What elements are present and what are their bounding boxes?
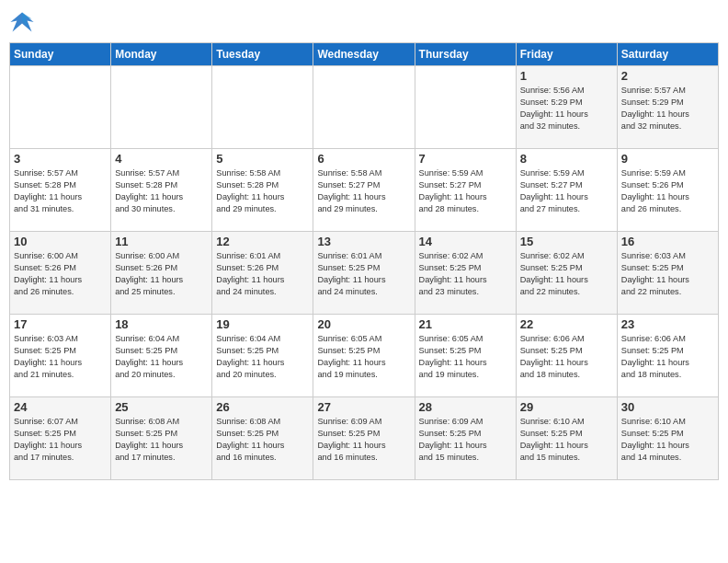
calendar-cell: 4Sunrise: 5:57 AM Sunset: 5:28 PM Daylig… [111, 149, 212, 232]
day-number: 20 [317, 317, 410, 331]
header-monday: Monday [111, 43, 212, 66]
header-sunday: Sunday [10, 43, 111, 66]
day-info: Sunrise: 6:10 AM Sunset: 5:25 PM Dayligh… [520, 416, 613, 464]
day-info: Sunrise: 6:09 AM Sunset: 5:25 PM Dayligh… [317, 416, 410, 464]
day-info: Sunrise: 6:03 AM Sunset: 5:25 PM Dayligh… [14, 333, 107, 381]
calendar-cell: 17Sunrise: 6:03 AM Sunset: 5:25 PM Dayli… [10, 315, 111, 397]
day-info: Sunrise: 6:08 AM Sunset: 5:25 PM Dayligh… [216, 416, 309, 464]
day-info: Sunrise: 5:59 AM Sunset: 5:27 PM Dayligh… [419, 167, 512, 215]
day-number: 4 [115, 152, 208, 166]
calendar-cell: 1Sunrise: 5:56 AM Sunset: 5:29 PM Daylig… [516, 66, 617, 149]
calendar-table: SundayMondayTuesdayWednesdayThursdayFrid… [9, 42, 719, 480]
calendar-cell: 22Sunrise: 6:06 AM Sunset: 5:25 PM Dayli… [516, 315, 617, 397]
day-number: 3 [14, 152, 107, 166]
day-number: 2 [621, 69, 714, 83]
day-info: Sunrise: 6:06 AM Sunset: 5:25 PM Dayligh… [621, 333, 714, 381]
day-number: 7 [419, 152, 512, 166]
calendar-cell: 16Sunrise: 6:03 AM Sunset: 5:25 PM Dayli… [617, 232, 718, 315]
day-number: 27 [317, 400, 410, 414]
day-number: 6 [317, 152, 410, 166]
day-info: Sunrise: 6:01 AM Sunset: 5:26 PM Dayligh… [216, 250, 309, 298]
calendar-cell: 14Sunrise: 6:02 AM Sunset: 5:25 PM Dayli… [415, 232, 516, 315]
day-info: Sunrise: 6:02 AM Sunset: 5:25 PM Dayligh… [419, 250, 512, 298]
calendar-cell: 28Sunrise: 6:09 AM Sunset: 5:25 PM Dayli… [415, 397, 516, 480]
day-number: 21 [419, 317, 512, 331]
calendar-cell: 13Sunrise: 6:01 AM Sunset: 5:25 PM Dayli… [313, 232, 415, 315]
calendar-week-row: 17Sunrise: 6:03 AM Sunset: 5:25 PM Dayli… [10, 315, 719, 397]
day-info: Sunrise: 6:04 AM Sunset: 5:25 PM Dayligh… [216, 333, 309, 381]
day-number: 25 [115, 400, 208, 414]
day-info: Sunrise: 6:05 AM Sunset: 5:25 PM Dayligh… [317, 333, 410, 381]
day-info: Sunrise: 5:59 AM Sunset: 5:26 PM Dayligh… [621, 167, 714, 215]
calendar-cell: 6Sunrise: 5:58 AM Sunset: 5:27 PM Daylig… [313, 149, 415, 232]
day-number: 19 [216, 317, 309, 331]
calendar-week-row: 1Sunrise: 5:56 AM Sunset: 5:29 PM Daylig… [10, 66, 719, 149]
day-number: 1 [520, 69, 613, 83]
calendar-week-row: 3Sunrise: 5:57 AM Sunset: 5:28 PM Daylig… [10, 149, 719, 232]
day-number: 13 [317, 235, 410, 248]
calendar-cell [212, 66, 313, 149]
day-number: 15 [520, 235, 613, 248]
calendar-cell: 23Sunrise: 6:06 AM Sunset: 5:25 PM Dayli… [617, 315, 718, 397]
day-info: Sunrise: 6:00 AM Sunset: 5:26 PM Dayligh… [115, 250, 208, 298]
day-info: Sunrise: 6:04 AM Sunset: 5:25 PM Dayligh… [115, 333, 208, 381]
calendar-cell: 9Sunrise: 5:59 AM Sunset: 5:26 PM Daylig… [617, 149, 718, 232]
day-number: 18 [115, 317, 208, 331]
day-info: Sunrise: 5:57 AM Sunset: 5:28 PM Dayligh… [115, 167, 208, 215]
day-info: Sunrise: 6:06 AM Sunset: 5:25 PM Dayligh… [520, 333, 613, 381]
day-number: 8 [520, 152, 613, 166]
calendar-header-row: SundayMondayTuesdayWednesdayThursdayFrid… [10, 43, 719, 66]
calendar-cell: 2Sunrise: 5:57 AM Sunset: 5:29 PM Daylig… [617, 66, 718, 149]
header-friday: Friday [516, 43, 617, 66]
day-number: 9 [621, 152, 714, 166]
header-saturday: Saturday [617, 43, 718, 66]
day-number: 24 [14, 400, 107, 414]
calendar-cell: 30Sunrise: 6:10 AM Sunset: 5:25 PM Dayli… [617, 397, 718, 480]
calendar-cell: 7Sunrise: 5:59 AM Sunset: 5:27 PM Daylig… [415, 149, 516, 232]
header-thursday: Thursday [415, 43, 516, 66]
day-number: 26 [216, 400, 309, 414]
logo [9, 9, 39, 35]
calendar-cell: 20Sunrise: 6:05 AM Sunset: 5:25 PM Dayli… [313, 315, 415, 397]
day-info: Sunrise: 5:58 AM Sunset: 5:27 PM Dayligh… [317, 167, 410, 215]
day-number: 12 [216, 235, 309, 248]
calendar-week-row: 24Sunrise: 6:07 AM Sunset: 5:25 PM Dayli… [10, 397, 719, 480]
header-tuesday: Tuesday [212, 43, 313, 66]
calendar-cell: 10Sunrise: 6:00 AM Sunset: 5:26 PM Dayli… [10, 232, 111, 315]
calendar-cell [313, 66, 415, 149]
calendar-week-row: 10Sunrise: 6:00 AM Sunset: 5:26 PM Dayli… [10, 232, 719, 315]
day-info: Sunrise: 5:56 AM Sunset: 5:29 PM Dayligh… [520, 85, 613, 132]
calendar-cell: 12Sunrise: 6:01 AM Sunset: 5:26 PM Dayli… [212, 232, 313, 315]
calendar-cell: 11Sunrise: 6:00 AM Sunset: 5:26 PM Dayli… [111, 232, 212, 315]
day-info: Sunrise: 5:58 AM Sunset: 5:28 PM Dayligh… [216, 167, 309, 215]
calendar-cell [10, 66, 111, 149]
day-info: Sunrise: 6:01 AM Sunset: 5:25 PM Dayligh… [317, 250, 410, 298]
calendar-cell: 8Sunrise: 5:59 AM Sunset: 5:27 PM Daylig… [516, 149, 617, 232]
calendar-cell: 27Sunrise: 6:09 AM Sunset: 5:25 PM Dayli… [313, 397, 415, 480]
day-info: Sunrise: 6:07 AM Sunset: 5:25 PM Dayligh… [14, 416, 107, 464]
page-header [9, 9, 719, 35]
calendar-cell: 21Sunrise: 6:05 AM Sunset: 5:25 PM Dayli… [415, 315, 516, 397]
day-number: 23 [621, 317, 714, 331]
calendar-cell: 15Sunrise: 6:02 AM Sunset: 5:25 PM Dayli… [516, 232, 617, 315]
day-info: Sunrise: 6:05 AM Sunset: 5:25 PM Dayligh… [419, 333, 512, 381]
day-info: Sunrise: 6:00 AM Sunset: 5:26 PM Dayligh… [14, 250, 107, 298]
day-info: Sunrise: 5:57 AM Sunset: 5:28 PM Dayligh… [14, 167, 107, 215]
day-info: Sunrise: 6:09 AM Sunset: 5:25 PM Dayligh… [419, 416, 512, 464]
day-number: 16 [621, 235, 714, 248]
calendar-cell: 5Sunrise: 5:58 AM Sunset: 5:28 PM Daylig… [212, 149, 313, 232]
day-number: 5 [216, 152, 309, 166]
calendar-cell: 29Sunrise: 6:10 AM Sunset: 5:25 PM Dayli… [516, 397, 617, 480]
calendar-cell: 3Sunrise: 5:57 AM Sunset: 5:28 PM Daylig… [10, 149, 111, 232]
day-info: Sunrise: 6:10 AM Sunset: 5:25 PM Dayligh… [621, 416, 714, 464]
day-number: 17 [14, 317, 107, 331]
day-number: 10 [14, 235, 107, 248]
day-info: Sunrise: 6:08 AM Sunset: 5:25 PM Dayligh… [115, 416, 208, 464]
calendar-cell: 26Sunrise: 6:08 AM Sunset: 5:25 PM Dayli… [212, 397, 313, 480]
calendar-cell [415, 66, 516, 149]
day-number: 11 [115, 235, 208, 248]
day-info: Sunrise: 6:03 AM Sunset: 5:25 PM Dayligh… [621, 250, 714, 298]
day-info: Sunrise: 5:57 AM Sunset: 5:29 PM Dayligh… [621, 85, 714, 132]
day-number: 28 [419, 400, 512, 414]
day-info: Sunrise: 6:02 AM Sunset: 5:25 PM Dayligh… [520, 250, 613, 298]
